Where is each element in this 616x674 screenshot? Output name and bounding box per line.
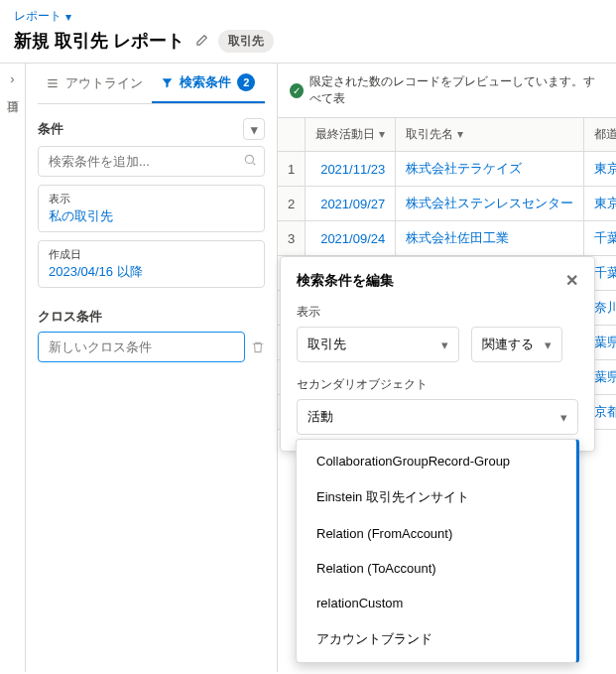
breadcrumb[interactable]: レポート ▾ — [14, 8, 602, 25]
banner-text: 限定された数のレコードをプレビューしています。すべて表 — [309, 73, 604, 107]
popover-title: 検索条件を編集 — [297, 272, 394, 290]
dropdown-item[interactable]: CollaborationGroupRecord-Group — [297, 444, 576, 478]
row-index: 2 — [278, 187, 306, 221]
caret-down-icon: ▾ — [65, 10, 71, 24]
sort-icon: ▾ — [457, 127, 463, 141]
secondary-label: セカンダリオブジェクト — [297, 376, 578, 393]
svg-line-4 — [253, 163, 256, 166]
filter-card-label: 作成日 — [49, 247, 254, 262]
dropdown-item[interactable]: relationCustom — [297, 586, 576, 620]
outline-icon — [46, 76, 60, 90]
col-last-activity[interactable]: 最終活動日▾ — [306, 118, 396, 152]
relation-select[interactable]: 関連する ▾ — [471, 327, 562, 362]
select-value: 活動 — [308, 408, 333, 426]
fields-rail[interactable]: › 項目 — [0, 64, 26, 672]
filter-count-badge: 2 — [237, 73, 255, 91]
svg-point-3 — [245, 155, 253, 163]
filter-search-input[interactable] — [38, 146, 265, 177]
table-row[interactable]: 12021/11/23株式会社テラケイズ東京都 — [278, 152, 616, 187]
row-index: 3 — [278, 221, 306, 256]
chevron-right-icon: › — [10, 71, 14, 86]
table-row[interactable]: 32021/09/24株式会社佐田工業千葉県 — [278, 221, 616, 256]
cell-account[interactable]: 株式会社ステンレスセンター — [396, 187, 584, 221]
cell-account[interactable]: 株式会社佐田工業 — [396, 221, 584, 256]
edit-filter-popover: 検索条件を編集 ✕ 表示 取引先 ▾ 関連する ▾ セカンダリオブジェクト 活動… — [280, 256, 595, 452]
cross-filter-input[interactable] — [38, 332, 245, 362]
secondary-object-dropdown: CollaborationGroupRecord-GroupEinstein 取… — [296, 439, 579, 663]
check-icon: ✓ — [290, 83, 304, 98]
cell-pref: 東京都 — [584, 152, 616, 187]
tab-outline-label: アウトライン — [65, 74, 143, 92]
primary-object-select[interactable]: 取引先 ▾ — [297, 327, 459, 362]
show-label: 表示 — [297, 304, 578, 321]
table-row[interactable]: 22021/09/27株式会社ステンレスセンター東京都 — [278, 187, 616, 221]
dropdown-item[interactable]: アカウントブランド — [297, 620, 576, 658]
preview-banner: ✓ 限定された数のレコードをプレビューしています。すべて表 — [278, 64, 616, 118]
page-title: 新規 取引先 レポート — [14, 29, 185, 53]
conditions-heading: 条件 — [38, 120, 63, 138]
trash-icon[interactable] — [251, 340, 265, 354]
caret-down-icon: ▾ — [545, 337, 552, 352]
object-pill: 取引先 — [218, 30, 274, 53]
edit-title-icon[interactable] — [194, 34, 208, 48]
filter-card-created[interactable]: 作成日 2023/04/16 以降 — [38, 240, 265, 288]
filter-card-label: 表示 — [49, 192, 254, 206]
col-prefecture[interactable]: 都道府 — [584, 118, 616, 152]
dropdown-item[interactable]: Relation (FromAccount) — [297, 516, 576, 551]
filter-card-show[interactable]: 表示 私の取引先 — [38, 185, 265, 232]
caret-down-icon: ▾ — [560, 410, 567, 425]
tab-filters[interactable]: 検索条件 2 — [152, 64, 266, 103]
cross-heading: クロス条件 — [38, 308, 102, 326]
conditions-menu-button[interactable]: ▾ — [243, 118, 265, 140]
filter-card-value: 2023/04/16 以降 — [49, 263, 254, 281]
search-icon — [243, 153, 257, 167]
cell-account[interactable]: 株式会社テラケイズ — [396, 152, 584, 187]
select-value: 取引先 — [308, 336, 346, 353]
secondary-object-select[interactable]: 活動 ▾ — [297, 399, 578, 435]
caret-down-icon: ▾ — [441, 337, 448, 352]
breadcrumb-label: レポート — [14, 8, 62, 25]
tab-outline[interactable]: アウトライン — [38, 64, 152, 103]
dropdown-item[interactable]: Relation (ToAccount) — [297, 551, 576, 586]
cell-pref: 千葉県 — [584, 221, 616, 256]
filter-card-value: 私の取引先 — [49, 207, 254, 225]
cell-pref: 東京都 — [584, 187, 616, 221]
sort-icon: ▾ — [379, 127, 385, 141]
cell-date: 2021/09/24 — [306, 221, 396, 256]
col-account-name[interactable]: 取引先名▾ — [396, 118, 584, 152]
caret-down-icon: ▾ — [251, 122, 258, 137]
col-index — [278, 118, 306, 152]
filter-icon — [161, 76, 174, 89]
cell-date: 2021/11/23 — [306, 152, 396, 187]
close-icon[interactable]: ✕ — [565, 271, 578, 290]
row-index: 1 — [278, 152, 306, 187]
tab-filters-label: 検索条件 — [180, 73, 231, 91]
select-value: 関連する — [482, 336, 534, 353]
dropdown-item[interactable]: Einstein 取引先インサイト — [297, 478, 576, 516]
cell-date: 2021/09/27 — [306, 187, 396, 221]
